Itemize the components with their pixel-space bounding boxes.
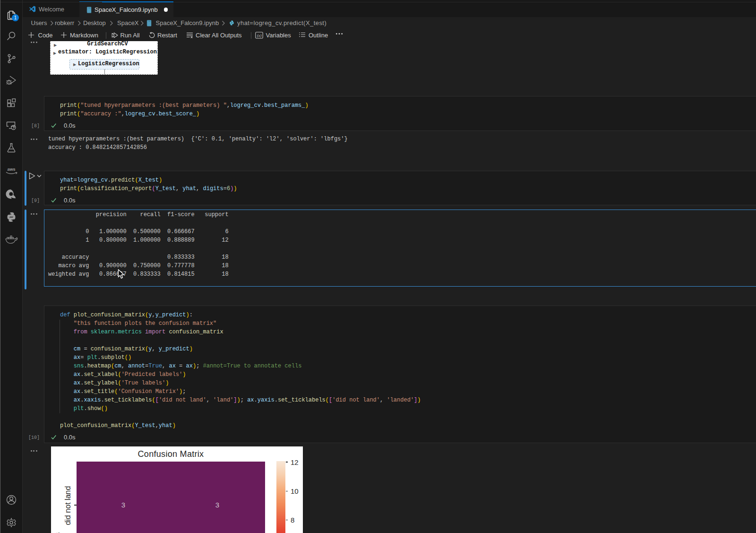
svg-text:aws: aws — [7, 167, 15, 172]
svg-text:(x): (x) — [257, 33, 262, 38]
